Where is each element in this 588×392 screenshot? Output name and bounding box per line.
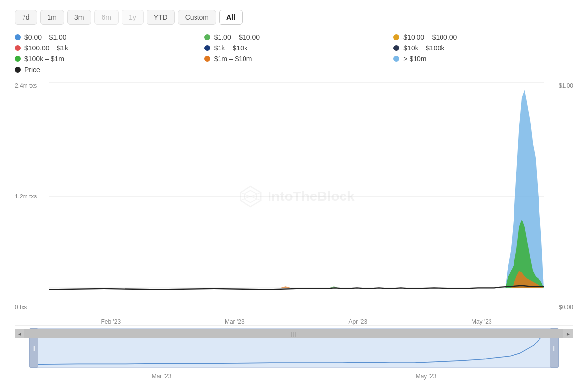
scrollbar-thumb[interactable]: ||| xyxy=(24,329,564,338)
legend: $0.00 – $1.00$1.00 – $10.00$10.00 – $100… xyxy=(15,33,573,74)
legend-item: $0.00 – $1.00 xyxy=(15,33,195,41)
time-btn-7d[interactable]: 7d xyxy=(15,10,37,24)
main-chart: 2.4m txs 1.2m txs 0 txs $1.00 $0.00 xyxy=(15,82,573,326)
legend-label: > $10m xyxy=(403,55,426,63)
legend-dot xyxy=(393,34,399,40)
y-axis-left: 2.4m txs 1.2m txs 0 txs xyxy=(15,82,49,311)
scrollbar-right-arrow[interactable]: ► xyxy=(564,329,573,338)
legend-item: $1k – $10k xyxy=(204,44,384,52)
legend-dot xyxy=(15,45,21,51)
legend-item-empty xyxy=(393,66,573,74)
time-range-bar: 7d1m3m6m1yYTDCustomAll xyxy=(15,10,573,24)
y-label-bottom: 0 txs xyxy=(15,304,49,311)
x-axis: Feb '23Mar '23Apr '23May '23 xyxy=(49,311,544,325)
main-container: 7d1m3m6m1yYTDCustomAll $0.00 – $1.00$1.0… xyxy=(0,0,588,392)
legend-dot xyxy=(393,56,399,62)
legend-dot xyxy=(393,45,399,51)
legend-dot xyxy=(15,67,21,73)
scrollbar-grip-icon: ||| xyxy=(291,331,298,337)
nav-x-label: Mar '23 xyxy=(152,373,172,380)
chart-canvas: IntoTheBlock xyxy=(49,82,544,311)
legend-dot xyxy=(15,56,21,62)
legend-dot xyxy=(15,34,21,40)
legend-label: $1.00 – $10.00 xyxy=(214,33,260,41)
legend-label: $0.00 – $1.00 xyxy=(24,33,67,41)
time-btn-custom[interactable]: Custom xyxy=(178,10,216,24)
legend-dot xyxy=(204,45,210,51)
legend-dot xyxy=(204,34,210,40)
y-right-top: $1.00 xyxy=(559,82,573,89)
nav-x-axis: Mar '23May '23 xyxy=(29,370,559,382)
legend-item: $100.00 – $1k xyxy=(15,44,195,52)
y-label-top: 2.4m txs xyxy=(15,82,49,89)
legend-label: $10.00 – $100.00 xyxy=(403,33,457,41)
x-axis-label: May '23 xyxy=(471,318,492,325)
legend-item: $1.00 – $10.00 xyxy=(204,33,384,41)
y-right-bottom: $0.00 xyxy=(559,304,573,311)
x-axis-label: Feb '23 xyxy=(101,318,121,325)
time-btn-all[interactable]: All xyxy=(219,10,243,24)
legend-item: $100k – $1m xyxy=(15,55,195,63)
nav-handle-left-icon: || xyxy=(32,345,35,351)
scrollbar-left-arrow[interactable]: ◄ xyxy=(15,329,24,338)
legend-item: $10k – $100k xyxy=(393,44,573,52)
time-btn-6m: 6m xyxy=(94,10,118,24)
y-label-mid: 1.2m txs xyxy=(15,193,49,200)
chart-svg xyxy=(49,82,544,311)
x-axis-label: Apr '23 xyxy=(348,318,367,325)
scrollbar[interactable]: ◄ ||| ► xyxy=(15,329,573,338)
legend-label: $10k – $100k xyxy=(403,44,444,52)
legend-item: Price xyxy=(15,66,195,74)
nav-handle-right-icon: || xyxy=(553,345,555,351)
nav-x-label: May '23 xyxy=(416,373,437,380)
y-axis-right: $1.00 $0.00 xyxy=(544,82,573,311)
chart-area: 2.4m txs 1.2m txs 0 txs $1.00 $0.00 xyxy=(15,82,573,382)
legend-label: Price xyxy=(24,66,40,74)
legend-label: $100.00 – $1k xyxy=(24,44,68,52)
legend-item: $1m – $10m xyxy=(204,55,384,63)
legend-label: $1k – $10k xyxy=(214,44,248,52)
time-btn-1m[interactable]: 1m xyxy=(40,10,64,24)
x-axis-label: Mar '23 xyxy=(225,318,245,325)
time-btn-ytd[interactable]: YTD xyxy=(147,10,175,24)
legend-item: > $10m xyxy=(393,55,573,63)
navigator: || || Mar '23May '23 ◄ ||| ► xyxy=(15,328,573,382)
legend-dot xyxy=(204,56,210,62)
legend-label: $100k – $1m xyxy=(24,55,64,63)
legend-item: $10.00 – $100.00 xyxy=(393,33,573,41)
svg-marker-6 xyxy=(280,286,291,288)
legend-label: $1m – $10m xyxy=(214,55,252,63)
legend-item-empty xyxy=(204,66,384,74)
time-btn-3m[interactable]: 3m xyxy=(67,10,91,24)
time-btn-1y: 1y xyxy=(122,10,144,24)
